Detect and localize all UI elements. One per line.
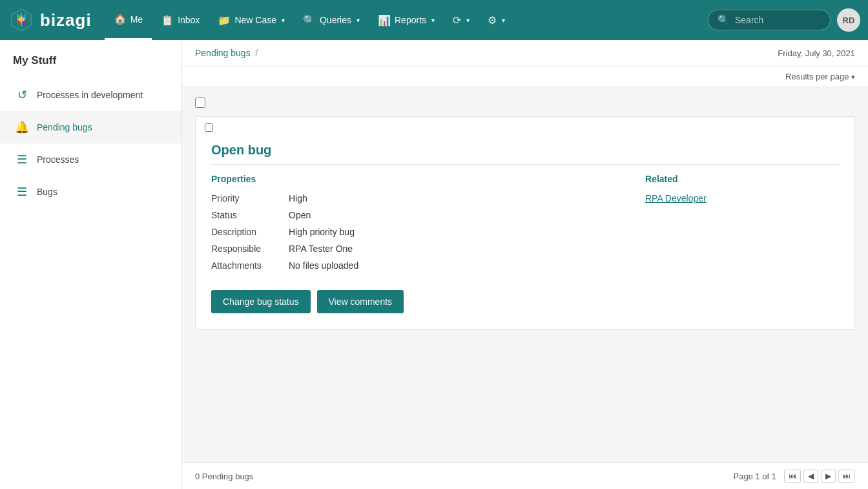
reports-icon: 📊 [378,14,391,26]
nav-item-settings[interactable]: ⚙ ▾ [479,0,514,40]
prop-responsible: Responsible RPA Tester One [211,244,619,254]
card-checkbox-row [196,117,854,134]
scroll-content: Open bug Properties Priority High Status… [182,87,868,463]
processes-icon: ☰ [15,152,29,167]
queries-icon: 🔍 [303,14,316,26]
sidebar-title: My Stuff [0,40,181,79]
nav-item-inbox[interactable]: 📋 Inbox [152,0,209,40]
results-caret-icon[interactable]: ▾ [851,73,855,81]
first-page-button[interactable]: ⏮ [784,470,801,483]
select-all-checkbox[interactable] [195,98,205,108]
breadcrumb-sep: / [256,48,258,58]
card-columns: Properties Priority High Status Open Des… [211,174,839,277]
nav-label-queries: Queries [320,15,351,25]
prop-val-status: Open [289,210,311,220]
related-label: Related [645,174,839,184]
processes-dev-icon: ↺ [15,88,29,102]
prop-status: Status Open [211,210,619,220]
card-related: Related RPA Developer [645,174,839,277]
reports-caret-icon: ▾ [431,17,435,24]
inbox-icon: 📋 [161,14,174,26]
nav-label-inbox: Inbox [178,15,200,25]
nav-item-activity[interactable]: ⟳ ▾ [444,0,479,40]
settings-caret-icon: ▾ [502,17,505,24]
bugs-icon: ☰ [15,185,29,199]
prop-key-description: Description [211,227,289,237]
bug-card: Open bug Properties Priority High Status… [195,116,855,329]
content-area: Pending bugs / Friday, July 30, 2021 Res… [182,40,868,489]
svg-marker-1 [17,12,26,28]
sidebar-item-pending-bugs[interactable]: 🔔 Pending bugs [0,111,181,143]
page-info: Page 1 of 1 [734,472,777,481]
sidebar-item-label-pending-bugs: Pending bugs [37,122,92,132]
activity-icon: ⟳ [453,14,461,26]
card-checkbox[interactable] [205,123,213,132]
prop-priority: Priority High [211,193,619,203]
prop-attachments: Attachments No files uploaded [211,260,619,271]
logo-text: bizagi [40,10,92,30]
sidebar-item-bugs[interactable]: ☰ Bugs [0,176,181,208]
search-icon: 🔍 [718,14,730,26]
pagination-controls: Page 1 of 1 ⏮ ◀ ▶ ⏭ [734,470,856,483]
sidebar: My Stuff ↺ Processes in development 🔔 Pe… [0,40,182,489]
date-display: Friday, July 30, 2021 [778,48,855,58]
new-case-caret-icon: ▾ [282,17,285,24]
content-footer: 0 Pending bugs Page 1 of 1 ⏮ ◀ ▶ ⏭ [182,463,868,489]
prop-val-description: High priority bug [289,227,355,237]
content-header: Pending bugs / Friday, July 30, 2021 [182,40,868,67]
results-bar: Results per page ▾ [182,67,868,87]
change-bug-status-button[interactable]: Change bug status [211,290,311,313]
pending-count: 0 Pending bugs [195,472,253,481]
nav-item-me[interactable]: 🏠 Me [105,0,152,40]
nav-item-new-case[interactable]: 📁 New Case ▾ [209,0,294,40]
prop-key-priority: Priority [211,193,289,203]
search-input[interactable] [735,15,821,25]
prop-key-attachments: Attachments [211,260,289,271]
breadcrumb: Pending bugs / [195,48,260,58]
queries-caret-icon: ▾ [356,17,360,24]
search-box[interactable]: 🔍 [708,10,831,30]
nav-item-queries[interactable]: 🔍 Queries ▾ [294,0,369,40]
main-layout: My Stuff ↺ Processes in development 🔔 Pe… [0,40,868,489]
activity-caret-icon: ▾ [466,17,470,24]
settings-icon: ⚙ [488,14,497,26]
pending-bugs-icon: 🔔 [15,120,29,134]
avatar[interactable]: RD [837,8,860,32]
prop-val-priority: High [289,193,307,203]
nav-right: 🔍 RD [708,8,860,32]
logo[interactable]: bizagi [8,6,92,34]
top-checkbox-row [195,94,855,114]
view-comments-button[interactable]: View comments [317,290,404,313]
related-link-rpa-developer[interactable]: RPA Developer [645,193,707,203]
sidebar-item-processes[interactable]: ☰ Processes [0,143,181,176]
home-icon: 🏠 [114,13,127,25]
prop-key-responsible: Responsible [211,244,289,254]
card-title: Open bug [211,143,839,165]
sidebar-item-label-processes-dev: Processes in development [37,90,143,100]
properties-label: Properties [211,174,619,184]
sidebar-item-label-bugs: Bugs [37,187,57,197]
last-page-button[interactable]: ⏭ [838,470,855,483]
prop-description: Description High priority bug [211,227,619,237]
nav-label-new-case: New Case [234,15,276,25]
next-page-button[interactable]: ▶ [821,470,836,483]
results-per-page[interactable]: Results per page [785,72,849,81]
top-navigation: bizagi 🏠 Me 📋 Inbox 📁 New Case ▾ 🔍 Queri… [0,0,868,40]
nav-label-me: Me [130,14,143,25]
nav-items-list: 🏠 Me 📋 Inbox 📁 New Case ▾ 🔍 Queries ▾ 📊 … [105,0,708,40]
card-properties: Properties Priority High Status Open Des… [211,174,619,277]
sidebar-item-processes-development[interactable]: ↺ Processes in development [0,79,181,111]
prop-val-attachments: No files uploaded [289,260,358,271]
prop-val-responsible: RPA Tester One [289,244,353,254]
new-case-icon: 📁 [218,14,231,26]
sidebar-item-label-processes: Processes [37,154,79,165]
nav-label-reports: Reports [395,15,426,25]
card-actions: Change bug status View comments [211,290,839,313]
card-body: Open bug Properties Priority High Status… [196,134,854,329]
prev-page-button[interactable]: ◀ [803,470,818,483]
prop-key-status: Status [211,210,289,220]
nav-item-reports[interactable]: 📊 Reports ▾ [369,0,444,40]
breadcrumb-link[interactable]: Pending bugs [195,48,251,58]
